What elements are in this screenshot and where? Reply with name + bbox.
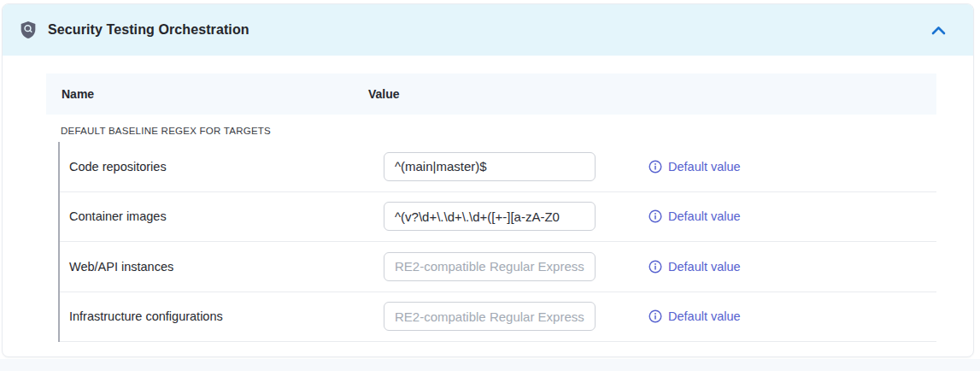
panel-header[interactable]: Security Testing Orchestration [3, 4, 973, 56]
table-row-container-images: Container images Default value [60, 192, 936, 243]
settings-rows: Code repositories Default value Containe… [58, 142, 936, 342]
row-label: Web/API instances [69, 260, 384, 274]
default-value-label: Default value [668, 260, 741, 274]
regex-input-web-api-instances[interactable] [384, 252, 596, 281]
chevron-up-icon [931, 26, 946, 35]
column-header-value: Value [368, 87, 400, 101]
regex-input-code-repositories[interactable] [384, 152, 596, 181]
shield-scan-icon [20, 21, 37, 39]
info-icon [648, 209, 662, 223]
default-value-link[interactable]: Default value [648, 309, 741, 323]
section-heading: DEFAULT BASELINE REGEX FOR TARGETS [61, 126, 973, 136]
column-header-name: Name [46, 87, 368, 101]
default-value-label: Default value [668, 160, 741, 174]
row-label: Container images [69, 209, 384, 223]
page-title: Security Testing Orchestration [48, 22, 249, 38]
default-value-label: Default value [668, 309, 741, 323]
row-label: Infrastructure configurations [69, 309, 384, 323]
security-testing-panel: Security Testing Orchestration Name Valu… [2, 3, 974, 357]
page-background-strip [0, 359, 980, 371]
default-value-link[interactable]: Default value [648, 209, 741, 223]
table-row-infrastructure-configurations: Infrastructure configurations Default va… [60, 292, 936, 343]
collapse-section-button[interactable] [927, 19, 949, 41]
table-header-row: Name Value [46, 74, 936, 115]
default-value-link[interactable]: Default value [648, 160, 741, 174]
info-icon [648, 260, 662, 274]
regex-input-infrastructure-configurations[interactable] [384, 302, 596, 331]
regex-input-container-images[interactable] [384, 202, 596, 231]
default-value-label: Default value [668, 209, 741, 223]
default-value-link[interactable]: Default value [648, 260, 741, 274]
info-icon [648, 160, 662, 174]
info-icon [648, 309, 662, 323]
table-row-code-repositories: Code repositories Default value [60, 142, 936, 192]
table-row-web-api-instances: Web/API instances Default value [60, 242, 936, 292]
row-label: Code repositories [69, 160, 384, 174]
